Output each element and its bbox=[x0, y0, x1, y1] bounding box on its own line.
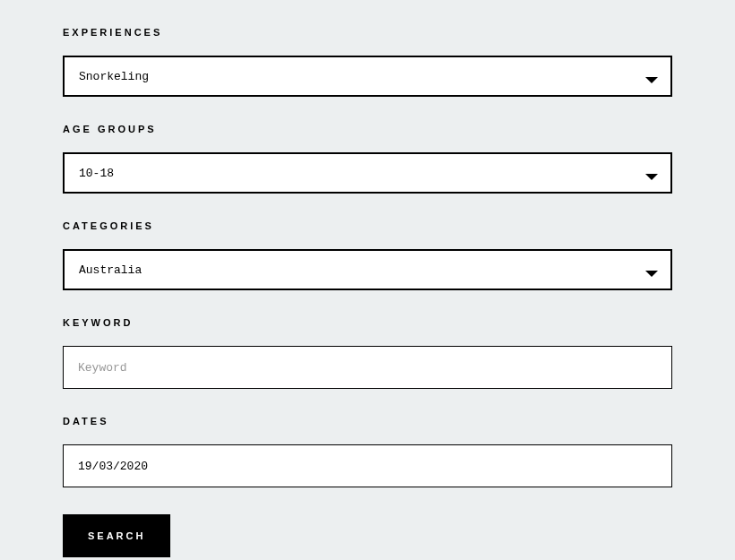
categories-select[interactable]: Australia bbox=[63, 249, 672, 290]
experiences-label: EXPERIENCES bbox=[63, 27, 672, 38]
search-form: EXPERIENCES Snorkeling AGE GROUPS 10-18 … bbox=[0, 27, 735, 557]
keyword-input[interactable] bbox=[63, 346, 672, 389]
search-button[interactable]: SEARCH bbox=[63, 514, 170, 557]
dates-input[interactable] bbox=[63, 444, 672, 487]
dates-group: DATES bbox=[63, 416, 672, 487]
dates-label: DATES bbox=[63, 416, 672, 426]
age-groups-label: AGE GROUPS bbox=[63, 124, 672, 134]
categories-label: CATEGORIES bbox=[63, 220, 672, 231]
age-groups-group: AGE GROUPS 10-18 bbox=[63, 124, 672, 194]
categories-group: CATEGORIES Australia bbox=[63, 220, 672, 290]
age-groups-select[interactable]: 10-18 bbox=[63, 152, 672, 194]
experiences-select[interactable]: Snorkeling bbox=[63, 56, 672, 97]
age-groups-select-wrapper: 10-18 bbox=[63, 152, 672, 194]
categories-select-wrapper: Australia bbox=[63, 249, 672, 290]
keyword-label: KEYWORD bbox=[63, 317, 672, 328]
experiences-select-wrapper: Snorkeling bbox=[63, 56, 672, 97]
keyword-group: KEYWORD bbox=[63, 317, 672, 389]
experiences-group: EXPERIENCES Snorkeling bbox=[63, 27, 672, 97]
